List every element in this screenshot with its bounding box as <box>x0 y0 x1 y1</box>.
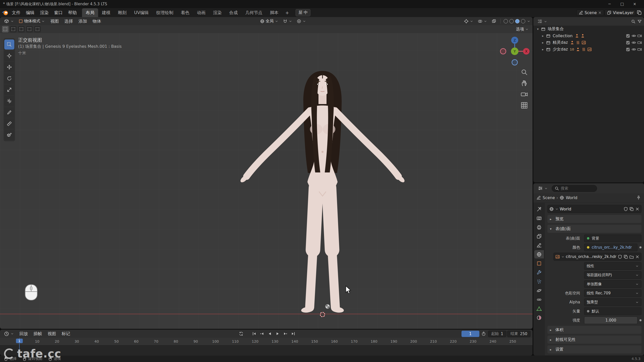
properties-tab-object-data[interactable] <box>534 304 544 313</box>
checkbox-toggle-icon[interactable] <box>626 33 630 38</box>
camera-toggle-icon[interactable] <box>637 33 642 38</box>
jump-to-end-button[interactable] <box>290 331 297 337</box>
workspace-tab[interactable]: 纹理绘制 <box>152 8 177 17</box>
image-icon[interactable] <box>555 254 560 259</box>
xray-toggle[interactable] <box>490 18 498 24</box>
gizmo-minus-z-axis[interactable] <box>512 60 517 65</box>
world-icon[interactable] <box>549 207 554 211</box>
previous-keyframe-button[interactable] <box>258 331 265 337</box>
character-model[interactable] <box>0 33 533 329</box>
disclosure-triangle-icon[interactable]: ▸ <box>541 34 545 38</box>
show-overlays-toggle[interactable] <box>476 18 489 24</box>
vector-button[interactable]: 默认 <box>584 307 641 315</box>
current-frame-field[interactable]: 1 <box>461 331 479 337</box>
interpolation-dropdown[interactable]: 线性 <box>584 262 641 270</box>
browse-world-icon[interactable] <box>555 207 559 211</box>
menubar-item[interactable]: 帮助 <box>65 9 79 17</box>
properties-search-input[interactable] <box>561 186 591 191</box>
projection-dropdown[interactable]: 等距圆柱(ERP) <box>584 271 641 279</box>
camera-toggle-icon[interactable] <box>637 47 642 52</box>
viewport-canvas[interactable]: 正交前视图 (1) 场景集合 | Genesis 9 Eyelashes Mes… <box>0 33 533 329</box>
camera-toggle-icon[interactable] <box>637 40 642 45</box>
play-button[interactable] <box>274 331 281 337</box>
properties-tab-particles[interactable] <box>534 277 544 286</box>
unlink-icon[interactable] <box>635 254 640 259</box>
checkbox-toggle-icon[interactable] <box>626 47 630 52</box>
image-name[interactable]: citrus_orcha...resky_2k.hdr <box>566 254 617 259</box>
view-layer-selector[interactable]: ViewLayer <box>605 10 636 16</box>
eye-toggle-icon[interactable] <box>631 40 636 45</box>
properties-tab-constraints[interactable] <box>534 295 544 304</box>
tool-options-button[interactable]: 选项 <box>514 26 531 33</box>
shading-dropdown-icon[interactable] <box>527 19 531 23</box>
fake-user-icon[interactable] <box>623 207 628 211</box>
properties-tab-world[interactable] <box>534 250 544 258</box>
unlink-scene-icon[interactable] <box>598 11 602 15</box>
duplicate-data-icon[interactable] <box>629 207 634 211</box>
panel-surface[interactable]: ▾ 表(曲)面 <box>547 225 641 233</box>
properties-tab-modifiers[interactable] <box>534 268 544 277</box>
animate-dot-icon[interactable] <box>639 319 641 321</box>
colorspace-dropdown[interactable]: 线性 Rec.709 <box>584 289 641 297</box>
viewport-menu-item[interactable]: 物体 <box>90 17 104 25</box>
frame-end-field[interactable]: 结束250 <box>507 331 531 337</box>
measure-tool[interactable] <box>4 119 14 129</box>
jump-to-start-button[interactable] <box>251 331 258 337</box>
animate-dot-icon[interactable] <box>639 246 641 248</box>
panel-ray-visibility[interactable]: ▸ 射线可见性 <box>547 336 641 344</box>
outliner-row[interactable]: ▸少女daz10 <box>533 46 644 53</box>
select-mode-invert-button[interactable] <box>26 26 33 32</box>
image-source-dropdown[interactable]: 单张图像 <box>584 280 641 288</box>
workspace-tab[interactable]: 合成 <box>225 8 242 17</box>
add-workspace-button[interactable]: + <box>283 9 292 16</box>
close-button[interactable]: × <box>628 0 641 8</box>
pan-hand-icon[interactable] <box>520 79 528 87</box>
properties-tab-material[interactable] <box>534 313 544 322</box>
eye-toggle-icon[interactable] <box>631 47 636 52</box>
next-keyframe-button[interactable] <box>282 331 289 337</box>
editor-type-button[interactable] <box>2 18 16 25</box>
properties-tab-tool[interactable] <box>534 205 544 213</box>
shading-wireframe-button[interactable] <box>504 19 508 23</box>
select-box-tool[interactable] <box>4 39 14 50</box>
new-view-layer-icon[interactable] <box>636 10 642 15</box>
fake-user-icon[interactable] <box>618 254 622 259</box>
shading-solid-button[interactable] <box>509 19 514 23</box>
blender-logo-icon[interactable] <box>2 9 9 16</box>
cursor-tool[interactable] <box>4 51 14 61</box>
properties-tab-render[interactable] <box>534 214 544 222</box>
camera-view-icon[interactable] <box>520 90 528 98</box>
properties-search[interactable] <box>552 185 597 192</box>
viewport-menu-item[interactable]: 添加 <box>76 17 90 25</box>
unlink-icon[interactable] <box>635 207 640 211</box>
world-name-field[interactable] <box>560 207 622 211</box>
panel-preview[interactable]: ▸ 预览 <box>547 215 641 223</box>
navigation-gizmo[interactable]: Z X Y <box>499 35 530 68</box>
annotate-tool[interactable] <box>4 107 14 117</box>
properties-tab-physics[interactable] <box>534 286 544 295</box>
maximize-button[interactable]: □ <box>616 0 628 8</box>
select-mode-intersect-button[interactable] <box>34 26 41 32</box>
duplicate-data-icon[interactable] <box>623 254 628 259</box>
scale-tool[interactable] <box>4 85 14 95</box>
select-mode-set-button[interactable] <box>2 26 9 32</box>
frame-start-field[interactable]: 起始1 <box>488 331 507 337</box>
select-mode-subtract-button[interactable] <box>18 26 25 32</box>
snapping-toggle[interactable] <box>281 18 294 24</box>
strength-slider[interactable]: 1.000 <box>584 316 637 324</box>
workspace-tab[interactable]: 动画 <box>193 8 209 17</box>
timeline-editor-type-button[interactable] <box>2 330 16 337</box>
workspace-tab[interactable]: 布局 <box>82 8 98 17</box>
properties-tab-view-layer[interactable] <box>534 232 544 240</box>
eye-toggle-icon[interactable] <box>631 33 636 38</box>
alpha-mode-dropdown[interactable]: 预乘型 <box>584 298 641 306</box>
gizmo-minus-x-axis[interactable] <box>500 49 506 54</box>
shading-rendered-button[interactable] <box>521 19 525 23</box>
menubar-item[interactable]: 编辑 <box>23 9 37 17</box>
play-reverse-button[interactable] <box>266 331 273 337</box>
outliner-row[interactable]: ▸Collection <box>533 32 644 39</box>
add-cube-tool[interactable] <box>4 130 14 140</box>
transform-orientation-selector[interactable]: 全局 <box>258 18 280 25</box>
open-file-icon[interactable] <box>629 254 634 259</box>
timeline-menu-item[interactable]: 回放 <box>17 330 31 338</box>
